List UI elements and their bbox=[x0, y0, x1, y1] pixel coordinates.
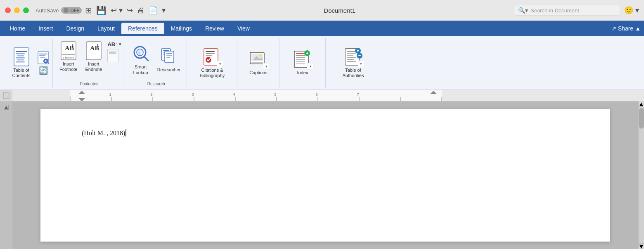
left-margin bbox=[0, 101, 12, 249]
svg-rect-42 bbox=[251, 62, 263, 63]
footnote-icon: AB 1 1 footnote bbox=[61, 41, 76, 60]
svg-rect-10 bbox=[40, 57, 45, 58]
svg-rect-59 bbox=[347, 55, 353, 56]
insert-footnote-label: InsertFootnote bbox=[59, 61, 77, 72]
toolbar-more-icon[interactable]: ▾ bbox=[162, 6, 166, 15]
svg-rect-2 bbox=[16, 53, 25, 54]
close-button[interactable] bbox=[5, 7, 11, 13]
document-text: (Holt M. , 2018) bbox=[82, 129, 125, 136]
ruler: 1 2 3 4 5 6 7 bbox=[0, 90, 644, 101]
footnote-placeholder-icon bbox=[107, 49, 119, 62]
titlebar: AutoSave OFF ⊞ 💾 ↩ ▾ ↪ 🖨 📄 ▾ Document1 🔍… bbox=[0, 0, 644, 21]
scrollbar[interactable]: ▲ ▼ bbox=[638, 101, 644, 249]
menu-mailings[interactable]: Mailings bbox=[164, 23, 199, 34]
smart-lookup-icon: i bbox=[132, 44, 150, 63]
svg-text:2: 2 bbox=[150, 92, 152, 96]
menu-home[interactable]: Home bbox=[3, 23, 32, 34]
share-button[interactable]: ↗ Share ▲ bbox=[611, 25, 641, 32]
svg-rect-52 bbox=[296, 63, 305, 64]
table-of-contents-button[interactable]: Table ofContents bbox=[7, 46, 36, 80]
svg-rect-62 bbox=[347, 61, 356, 62]
undo-icon[interactable]: ↩ ▾ bbox=[111, 6, 123, 15]
svg-marker-92 bbox=[5, 106, 8, 109]
svg-rect-37 bbox=[206, 53, 215, 54]
menu-references[interactable]: References bbox=[121, 23, 164, 34]
margin-handle[interactable] bbox=[4, 105, 9, 110]
scroll-track[interactable] bbox=[639, 107, 644, 243]
citations-label: Citations &Bibliography bbox=[200, 68, 225, 78]
citations-group: ▾ Citations &Bibliography bbox=[188, 38, 237, 88]
svg-text:1 footnote: 1 footnote bbox=[63, 56, 75, 59]
svg-rect-4 bbox=[16, 57, 25, 59]
menu-design[interactable]: Design bbox=[59, 23, 91, 34]
svg-rect-3 bbox=[17, 55, 24, 56]
search-icon: 🔍▾ bbox=[518, 7, 528, 14]
insert-endnote-button[interactable]: AB 1 → InsertEndnote bbox=[82, 40, 105, 74]
scroll-thumb[interactable] bbox=[639, 108, 644, 129]
menubar: Home Insert Design Layout References Mai… bbox=[0, 21, 644, 36]
svg-rect-5 bbox=[17, 59, 24, 61]
save-icon[interactable]: 💾 bbox=[96, 5, 107, 15]
index-label: Index bbox=[297, 70, 308, 75]
svg-rect-6 bbox=[16, 61, 25, 63]
search-bar[interactable]: 🔍▾ Search in Document bbox=[514, 5, 621, 16]
ruler-ticks: 1 2 3 4 5 6 7 bbox=[12, 90, 638, 101]
svg-point-39 bbox=[206, 57, 211, 63]
doc-content[interactable]: (Holt M. , 2018) bbox=[82, 129, 569, 137]
toggle-state: OFF bbox=[70, 8, 79, 13]
print-icon[interactable]: 🖨 bbox=[137, 6, 144, 15]
svg-rect-1 bbox=[16, 51, 27, 52]
scroll-down-button[interactable]: ▼ bbox=[639, 243, 644, 249]
captions-button[interactable]: ▾ Captions bbox=[244, 48, 273, 77]
smart-lookup-button[interactable]: i SmartLookup bbox=[129, 42, 152, 77]
svg-rect-51 bbox=[296, 61, 305, 62]
researcher-icon bbox=[160, 47, 178, 66]
maximize-button[interactable] bbox=[23, 7, 29, 13]
svg-rect-55 bbox=[307, 52, 308, 54]
traffic-lights bbox=[5, 7, 29, 13]
text-cursor bbox=[125, 129, 126, 136]
toc-group: Table ofContents 🔄 bbox=[3, 38, 53, 88]
update-toc-button[interactable]: 🔄 bbox=[39, 66, 48, 75]
ruler-corner-icon bbox=[2, 92, 10, 99]
svg-point-45 bbox=[259, 54, 261, 57]
footnote-small-button[interactable]: AB1▾ bbox=[107, 41, 121, 47]
toolbar-icons: ⊞ 💾 ↩ ▾ ↪ 🖨 📄 ▾ bbox=[85, 5, 166, 15]
doc-scroll-area[interactable]: (Holt M. , 2018) bbox=[12, 101, 638, 249]
table-of-authorities-button[interactable]: ▾ Table ofAuthorities bbox=[339, 46, 368, 80]
smart-lookup-label: SmartLookup bbox=[133, 64, 148, 75]
doc-page: (Holt M. , 2018) bbox=[40, 109, 610, 242]
redo-icon[interactable]: ↪ bbox=[127, 6, 133, 15]
footnotes-label: Footnotes bbox=[80, 81, 98, 86]
menu-view[interactable]: View bbox=[231, 23, 256, 34]
insert-endnote-label: InsertEndnote bbox=[85, 61, 102, 72]
svg-rect-38 bbox=[206, 55, 212, 56]
researcher-button[interactable]: Researcher bbox=[155, 45, 183, 74]
index-group: ▾ Index bbox=[280, 38, 326, 88]
svg-rect-48 bbox=[296, 55, 305, 56]
index-button[interactable]: ▾ Index bbox=[288, 48, 317, 77]
emoji-button[interactable]: 🙂 ▾ bbox=[624, 6, 639, 15]
add-toc-button[interactable] bbox=[38, 51, 49, 64]
menu-review[interactable]: Review bbox=[199, 23, 231, 34]
svg-rect-34 bbox=[166, 57, 170, 58]
ruler-body: 1 2 3 4 5 6 7 bbox=[12, 90, 638, 101]
document-title: Document1 bbox=[169, 7, 510, 14]
new-doc-icon[interactable]: 📄 bbox=[149, 6, 158, 15]
search-placeholder: Search in Document bbox=[530, 7, 579, 14]
menu-layout[interactable]: Layout bbox=[91, 23, 121, 34]
autosave-toggle[interactable]: OFF bbox=[61, 7, 82, 14]
svg-rect-49 bbox=[296, 57, 305, 58]
scroll-up-button[interactable]: ▲ bbox=[639, 101, 644, 107]
svg-rect-0 bbox=[14, 48, 29, 66]
citations-bibliography-button[interactable]: ▾ Citations &Bibliography bbox=[197, 46, 227, 80]
svg-text:5: 5 bbox=[274, 92, 276, 96]
add-toc-icon bbox=[38, 51, 49, 64]
insert-footnote-button[interactable]: AB 1 1 footnote InsertFootnote bbox=[57, 40, 80, 74]
svg-rect-61 bbox=[347, 59, 354, 60]
menu-insert[interactable]: Insert bbox=[32, 23, 59, 34]
page-layout-icon[interactable]: ⊞ bbox=[85, 5, 92, 15]
ruler-corner bbox=[0, 90, 12, 101]
svg-rect-33 bbox=[166, 55, 172, 56]
minimize-button[interactable] bbox=[14, 7, 20, 13]
